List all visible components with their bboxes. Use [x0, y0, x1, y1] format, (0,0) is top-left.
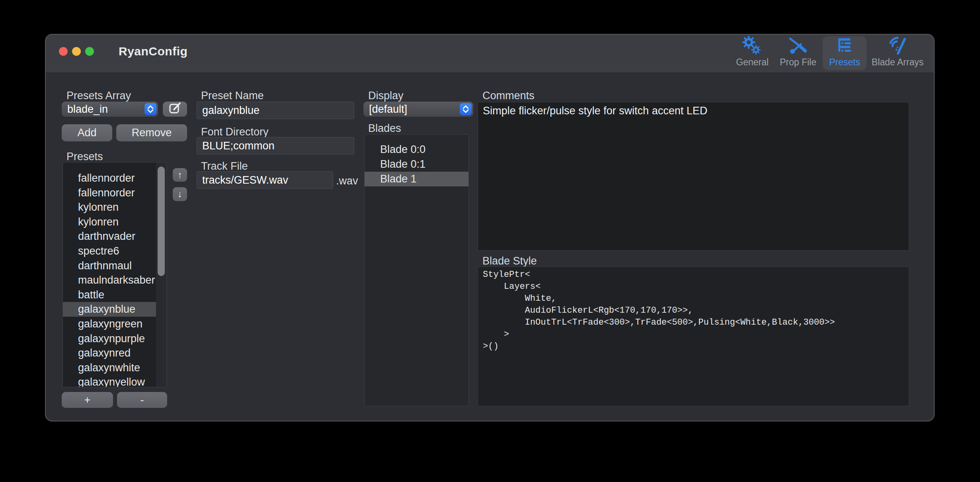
move-preset-up-button[interactable]: ↑ [173, 168, 187, 182]
title-bar[interactable]: RyanConfig [46, 35, 934, 73]
preset-name-input[interactable]: galaxynblue [197, 102, 354, 119]
tab-blade-arrays-label: Blade Arrays [872, 57, 923, 68]
preset-list-item[interactable]: galaxynred [63, 346, 166, 361]
presets-label: Presets [66, 151, 103, 163]
preset-name-label: Preset Name [201, 90, 264, 102]
preset-list-item[interactable]: darthnmaul [63, 259, 166, 273]
font-directory-label: Font Directory [201, 126, 269, 138]
preset-list-item[interactable]: galaxynwhite [63, 361, 166, 375]
presets-scrollbar-thumb[interactable] [158, 167, 165, 276]
track-file-value: tracks/GESW.wav [202, 174, 288, 186]
track-file-label: Track File [201, 160, 248, 172]
track-file-suffix: .wav [336, 175, 358, 187]
preset-list-item[interactable]: fallennorder [63, 186, 166, 200]
preset-list-item[interactable]: kylonren [63, 200, 166, 215]
preset-list-item[interactable]: battle [63, 288, 166, 302]
edit-pencil-icon [169, 102, 182, 117]
prop-tools-icon [788, 36, 808, 57]
chevron-up-down-icon [144, 103, 156, 115]
tab-presets-label: Presets [829, 57, 860, 68]
tab-prop-file[interactable]: Prop File [774, 36, 822, 70]
blade-arrays-icon [887, 36, 908, 57]
minimize-window-button[interactable] [72, 47, 81, 56]
presets-scrollbar-track[interactable] [156, 163, 166, 387]
blade-list-item[interactable]: Blade 0:0 [365, 142, 469, 157]
font-directory-input[interactable]: BLUE;common [197, 137, 354, 155]
blades-label: Blades [368, 122, 401, 135]
presets-list-icon [834, 36, 855, 57]
close-window-button[interactable] [59, 47, 68, 56]
presets-array-dropdown[interactable]: blade_in [62, 102, 158, 117]
comments-textarea[interactable]: Simple flicker/pulse style for switch ac… [478, 102, 909, 251]
comments-text: Simple flicker/pulse style for switch ac… [483, 105, 707, 117]
arrow-down-icon: ↓ [178, 189, 182, 200]
blades-list[interactable]: Blade 0:0Blade 0:1Blade 1 [364, 134, 469, 406]
add-preset-button[interactable]: + [62, 392, 113, 408]
preset-list-item[interactable]: kylonren [63, 215, 166, 229]
zoom-window-button[interactable] [85, 47, 94, 56]
preset-list-item[interactable]: galaxynblue [63, 302, 166, 317]
tab-general[interactable]: General [732, 36, 772, 70]
preset-list-item[interactable]: maulndarksaber [63, 273, 166, 288]
blade-style-code: StylePtr< Layers< White, AudioFlickerL<R… [478, 267, 909, 353]
preset-list-item[interactable]: darthnvader [63, 229, 166, 244]
presets-list[interactable]: fallennorderfallennorderkylonrenkylonren… [62, 162, 167, 387]
add-presets-array-button[interactable]: Add [62, 124, 112, 141]
tab-presets[interactable]: Presets [823, 36, 867, 70]
font-directory-value: BLUE;common [202, 140, 275, 152]
window-title: RyanConfig [119, 45, 187, 58]
remove-preset-button[interactable]: - [117, 392, 167, 408]
blades-list-padding [365, 135, 469, 142]
chevron-up-down-icon [460, 103, 472, 115]
comments-label: Comments [482, 90, 535, 102]
blade-list-item[interactable]: Blade 1 [365, 172, 469, 186]
display-label: Display [368, 90, 404, 102]
arrow-up-icon: ↑ [178, 170, 182, 180]
move-preset-down-button[interactable]: ↓ [173, 187, 187, 201]
blade-list-item[interactable]: Blade 0:1 [365, 157, 469, 172]
edit-presets-array-button[interactable] [163, 102, 187, 117]
tab-blade-arrays[interactable]: Blade Arrays [868, 36, 927, 70]
preset-list-item[interactable]: galaxynyellow [63, 375, 166, 387]
preset-list-item[interactable]: galaxyngreen [63, 317, 166, 331]
tab-general-label: General [736, 57, 769, 68]
preset-list-item[interactable]: galaxynpurple [63, 331, 166, 346]
presets-list-padding [63, 163, 166, 171]
app-window: RyanConfig [45, 34, 935, 421]
preset-name-value: galaxynblue [202, 104, 260, 117]
track-file-input[interactable]: tracks/GESW.wav [197, 171, 333, 189]
display-dropdown[interactable]: [default] [363, 102, 473, 117]
remove-presets-array-button[interactable]: Remove [116, 124, 187, 141]
presets-array-value: blade_in [67, 103, 108, 116]
blade-style-editor[interactable]: StylePtr< Layers< White, AudioFlickerL<R… [478, 266, 909, 406]
preset-list-item[interactable]: fallennorder [63, 171, 166, 186]
tab-prop-file-label: Prop File [780, 57, 816, 68]
display-value: [default] [369, 103, 407, 116]
preset-list-item[interactable]: spectre6 [63, 244, 166, 259]
presets-array-label: Presets Array [66, 90, 131, 102]
blade-style-label: Blade Style [482, 255, 537, 267]
gears-icon [742, 36, 763, 57]
